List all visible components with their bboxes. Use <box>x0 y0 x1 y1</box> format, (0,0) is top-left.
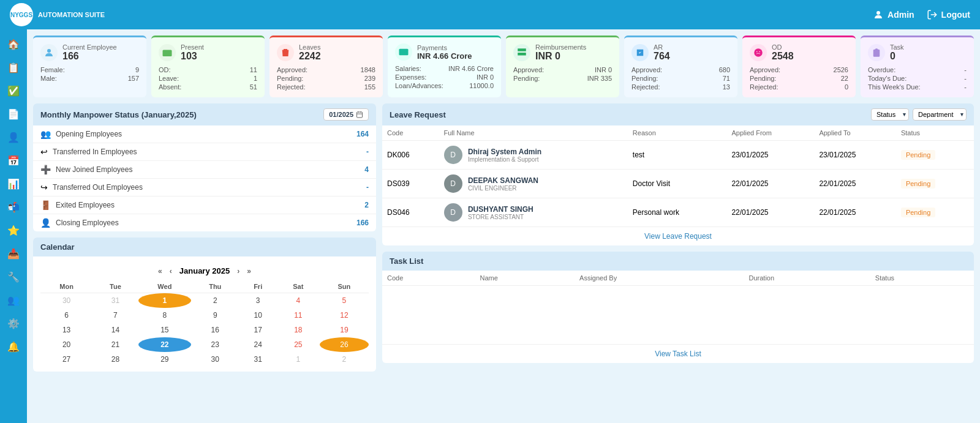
calendar-header: Calendar <box>33 238 376 256</box>
task-col-name: Name <box>475 271 575 286</box>
sidebar-gear-icon[interactable]: ⚙️ <box>4 313 23 333</box>
cal-day[interactable]: 29 <box>138 352 191 367</box>
task-col-status: Status <box>870 271 974 286</box>
manpower-date-input[interactable]: 01/2025 <box>323 108 369 121</box>
sidebar-checklist-icon[interactable]: 📋 <box>4 58 23 77</box>
sidebar: 🏠 📋 ✅ 📄 👤 📅 📊 📬 ⭐ 📥 🔧 👥 ⚙️ 🔔 <box>0 29 27 423</box>
cal-prev-year[interactable]: « <box>158 267 162 275</box>
stat-card-leaves: Leaves 2242 Approved:1848 Pending:239 Re… <box>270 36 383 97</box>
sidebar-star-icon[interactable]: ⭐ <box>4 220 23 240</box>
od-value: 2548 <box>772 51 794 62</box>
sidebar-mail-icon[interactable]: 📬 <box>4 197 23 217</box>
leave-status: Pending <box>896 170 974 198</box>
view-leave-request-link[interactable]: View Leave Request <box>382 226 974 245</box>
view-task-list-link[interactable]: View Task List <box>382 344 974 363</box>
cal-day[interactable]: 2 <box>320 352 369 367</box>
manpower-opening: 👥 Opening Employees 164 <box>33 125 376 143</box>
cal-day[interactable]: 13 <box>40 323 92 337</box>
cal-day[interactable]: 17 <box>239 323 276 337</box>
cal-day[interactable]: 6 <box>40 308 92 323</box>
cal-day[interactable]: 3 <box>239 293 276 309</box>
cal-day[interactable]: 7 <box>92 308 138 323</box>
sidebar-user-icon[interactable]: 👤 <box>4 127 23 147</box>
task-col-assigned-by: Assigned By <box>575 271 744 286</box>
leaves-icon <box>277 44 294 61</box>
calendar-grid: Mon Tue Wed Thu Fri Sat Sun <box>40 280 369 367</box>
cal-day[interactable]: 31 <box>239 352 276 367</box>
sidebar-doc-icon[interactable]: 📄 <box>4 104 23 124</box>
cal-day[interactable]: 18 <box>277 323 320 337</box>
leave-request-header: Leave Request Status Department <box>382 103 974 125</box>
cal-day[interactable]: 10 <box>239 308 276 323</box>
sidebar-bell-icon[interactable]: 🔔 <box>4 337 23 356</box>
manpower-exited: 🚪 Exited Employees 2 <box>33 197 376 214</box>
status-dropdown[interactable]: Status <box>871 108 909 121</box>
cal-day[interactable]: 28 <box>92 352 138 367</box>
payments-value: INR 4.66 Crore <box>417 51 472 61</box>
leave-row: DK006 D Dhiraj System Admin Implementati… <box>382 141 974 170</box>
leave-employee: D Dhiraj System Admin Implementation & S… <box>439 141 628 170</box>
sidebar-inbox-icon[interactable]: 📥 <box>4 244 23 263</box>
cal-day[interactable]: 15 <box>138 323 191 337</box>
calendar-title: Calendar <box>40 242 75 252</box>
cal-day-selected[interactable]: 22 <box>138 337 191 352</box>
lower-row: Monthly Manpower Status (January,2025) 0… <box>33 103 974 372</box>
sidebar-home-icon[interactable]: 🏠 <box>4 34 23 54</box>
cal-day[interactable]: 20 <box>40 337 92 352</box>
cal-prev-month[interactable]: ‹ <box>170 267 172 275</box>
col-applied-to: Applied To <box>814 125 896 141</box>
top-nav: NYGGS AUTOMATION SUITE Admin Logout <box>0 0 980 29</box>
department-dropdown[interactable]: Department <box>913 108 967 121</box>
calendar-icon <box>356 111 363 118</box>
cal-day[interactable]: 30 <box>40 293 92 309</box>
svg-rect-4 <box>399 49 409 56</box>
svg-point-5 <box>754 48 763 57</box>
leave-from: 22/01/2025 <box>726 198 814 227</box>
cal-day[interactable]: 11 <box>277 308 320 323</box>
leave-filter-dropdowns: Status Department <box>871 108 967 121</box>
cal-day[interactable]: 8 <box>138 308 191 323</box>
cal-day[interactable]: 31 <box>92 293 138 309</box>
sidebar-check-icon[interactable]: ✅ <box>4 81 23 100</box>
task-icon <box>868 44 885 61</box>
sidebar-chart-icon[interactable]: 📊 <box>4 174 23 193</box>
cal-day[interactable]: 26 <box>320 337 369 352</box>
col-status: Status <box>896 125 974 141</box>
cal-day[interactable]: 16 <box>191 323 239 337</box>
cal-day[interactable]: 24 <box>239 337 276 352</box>
sidebar-tool-icon[interactable]: 🔧 <box>4 267 23 286</box>
cal-day[interactable]: 1 <box>277 352 320 367</box>
sidebar-calendar-icon[interactable]: 📅 <box>4 151 23 170</box>
task-value: 0 <box>890 51 904 62</box>
leave-code: DS039 <box>382 170 439 198</box>
current-employee-icon <box>40 44 58 61</box>
stat-card-od: OD 2548 Approved:2526 Pending:22 Rejecte… <box>742 36 856 97</box>
logo-text: AUTOMATION SUITE <box>38 11 105 18</box>
cal-next-month[interactable]: › <box>237 267 239 275</box>
present-icon <box>159 44 176 61</box>
cal-day[interactable]: 2 <box>191 293 239 309</box>
logout-button[interactable]: Logout <box>927 9 970 20</box>
manpower-rows: 👥 Opening Employees 164 ↩ Transferred In… <box>33 125 376 231</box>
sidebar-group-icon[interactable]: 👥 <box>4 290 23 310</box>
cal-day[interactable]: 30 <box>191 352 239 367</box>
cal-day[interactable]: 5 <box>320 293 369 309</box>
employee-avatar: D <box>444 146 462 164</box>
cal-day[interactable]: 12 <box>320 308 369 323</box>
admin-button[interactable]: Admin <box>873 9 914 20</box>
cal-day[interactable]: 9 <box>191 308 239 323</box>
cal-day[interactable]: 14 <box>92 323 138 337</box>
cal-day[interactable]: 19 <box>320 323 369 337</box>
reimbursements-icon <box>513 44 530 61</box>
leave-employee: D DUSHYANT SINGH STORE ASSISTANT <box>439 198 628 227</box>
cal-day[interactable]: 27 <box>40 352 92 367</box>
cal-next-year[interactable]: » <box>247 267 251 275</box>
svg-rect-3 <box>163 50 172 57</box>
cal-day[interactable]: 21 <box>92 337 138 352</box>
cal-day[interactable]: 25 <box>277 337 320 352</box>
cal-day-today[interactable]: 1 <box>138 293 191 309</box>
stat-card-task: Task 0 Overdue:- Today's Due:- This Week… <box>861 36 974 97</box>
cal-day[interactable]: 4 <box>277 293 320 309</box>
reimbursements-value: INR 0 <box>535 51 586 62</box>
cal-day[interactable]: 23 <box>191 337 239 352</box>
